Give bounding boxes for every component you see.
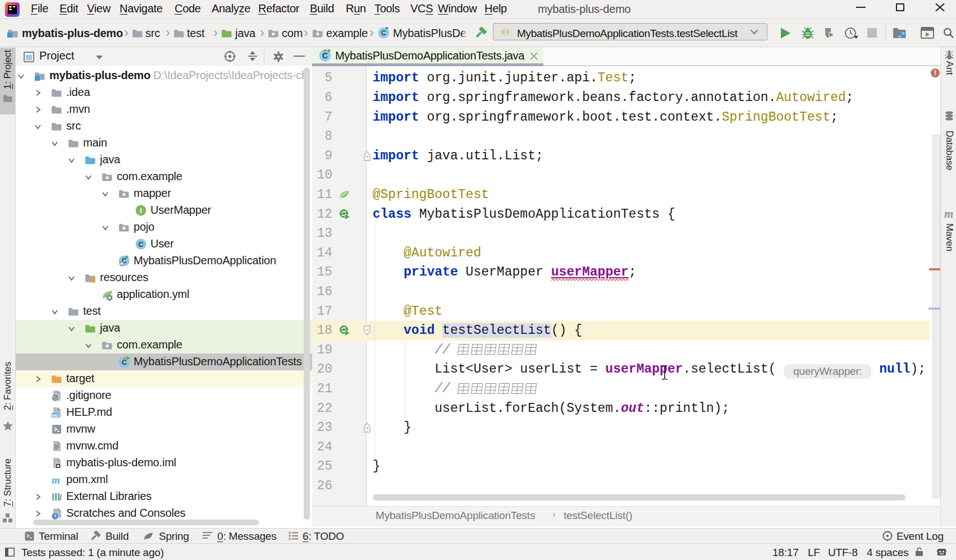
svg-text:I: I [140, 206, 142, 215]
svg-text:C: C [122, 358, 127, 366]
svg-text:MD: MD [52, 413, 59, 418]
svg-text:m: m [52, 474, 60, 485]
svg-text:C: C [381, 29, 387, 37]
svg-text:C: C [322, 51, 328, 60]
svg-text:C: C [138, 240, 144, 249]
